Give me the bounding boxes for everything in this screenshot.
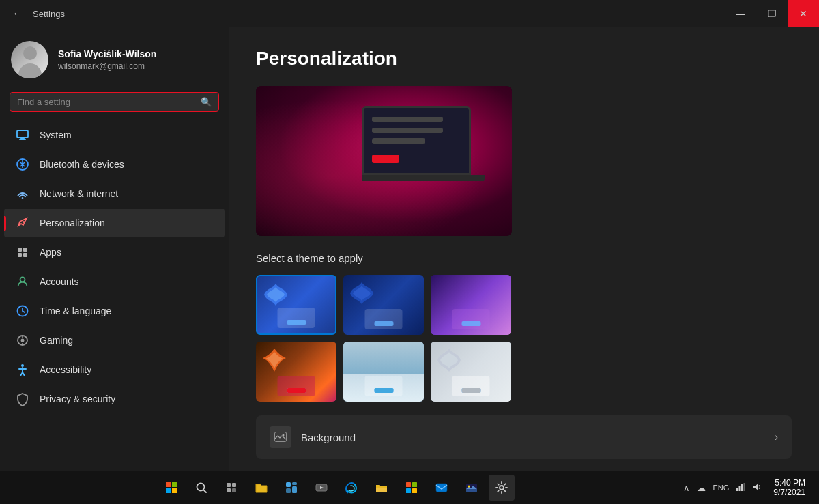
svg-point-12 — [21, 339, 25, 342]
teams-icon — [315, 481, 328, 494]
widgets-button[interactable] — [278, 475, 304, 501]
edge-button[interactable] — [339, 475, 364, 501]
sidebar-item-network[interactable]: Network & internet — [4, 179, 225, 208]
sidebar-item-personalization[interactable]: Personalization — [4, 209, 225, 237]
taskbar-settings-icon — [495, 481, 508, 494]
sidebar-item-label-personalization: Personalization — [40, 218, 105, 228]
photos-button[interactable] — [459, 475, 485, 501]
current-wallpaper — [256, 86, 512, 236]
tray-lang[interactable]: ENG — [710, 484, 731, 492]
logo-q3 — [166, 488, 171, 493]
hero-canvas — [256, 86, 512, 236]
minimize-button[interactable]: — — [725, 0, 756, 27]
taskview-button[interactable] — [218, 475, 244, 501]
sidebar-item-accounts[interactable]: Accounts — [4, 267, 225, 296]
theme-badge-2 — [365, 309, 403, 329]
tray-cloud[interactable]: ☁ — [695, 483, 708, 493]
sidebar-item-system[interactable]: System — [4, 121, 225, 149]
sidebar-item-label-apps: Apps — [40, 247, 61, 258]
time-icon — [15, 303, 30, 318]
sidebar-item-apps[interactable]: Apps — [4, 238, 225, 267]
svg-point-42 — [468, 486, 470, 488]
mail-icon — [435, 481, 448, 494]
bloom-icon-1 — [261, 280, 290, 309]
file-explorer-button[interactable] — [248, 475, 274, 501]
theme-card-5[interactable] — [343, 342, 424, 402]
user-profile[interactable]: Sofia Wyciślik-Wilson wilsonmark@gmail.c… — [0, 27, 229, 89]
svg-line-19 — [23, 372, 25, 376]
teams-button[interactable] — [308, 475, 334, 501]
start-button[interactable] — [158, 475, 184, 501]
laptop-line-2 — [372, 128, 443, 133]
taskbar-search-button[interactable] — [188, 475, 214, 501]
theme-card-4[interactable] — [256, 342, 336, 402]
sidebar-item-label-system: System — [40, 130, 72, 140]
sidebar-item-label-time: Time & language — [40, 306, 111, 316]
maximize-button[interactable]: ❐ — [756, 0, 788, 27]
background-row[interactable]: Background › — [256, 415, 792, 459]
titlebar-title: Settings — [33, 9, 65, 19]
taskbar: ∧ ☁ ENG 5:40 PM 9/7/2021 — [0, 471, 819, 504]
search-input[interactable] — [17, 97, 195, 107]
svg-line-24 — [203, 490, 206, 492]
svg-rect-31 — [286, 488, 291, 493]
bluetooth-icon — [15, 157, 30, 172]
accounts-icon — [15, 274, 30, 289]
user-email: wilsonmark@gmail.com — [58, 61, 156, 71]
svg-point-22 — [283, 434, 285, 436]
taskbar-clock[interactable]: 5:40 PM 9/7/2021 — [768, 478, 811, 497]
mail-button[interactable] — [429, 475, 455, 501]
svg-point-43 — [500, 486, 504, 490]
theme-card-6[interactable] — [431, 342, 511, 402]
search-box[interactable]: 🔍 — [10, 92, 219, 112]
accessibility-icon — [15, 362, 30, 377]
apps-icon — [15, 245, 30, 260]
background-icon — [270, 426, 291, 448]
close-button[interactable]: ✕ — [788, 0, 819, 27]
laptop-shape — [362, 106, 485, 195]
tray-icons: ∧ ☁ ENG — [681, 482, 764, 494]
theme-card-1[interactable] — [256, 275, 336, 335]
taskview-icon — [225, 481, 238, 494]
page-title: Personalization — [256, 48, 792, 70]
svg-rect-27 — [227, 488, 231, 492]
tray-network[interactable] — [734, 482, 747, 494]
user-name: Sofia Wyciślik-Wilson — [58, 48, 156, 59]
sidebar-item-bluetooth[interactable]: Bluetooth & devices — [4, 150, 225, 179]
store-button[interactable] — [399, 475, 425, 501]
taskbar-search-icon — [195, 481, 207, 494]
theme-badge-5 — [365, 376, 403, 396]
photos-icon — [465, 481, 478, 494]
svg-rect-26 — [232, 483, 236, 487]
theme-badge-4 — [278, 376, 315, 396]
bloom-icon-6 — [435, 346, 463, 374]
svg-rect-46 — [741, 484, 743, 491]
sidebar-item-privacy[interactable]: Privacy & security — [4, 385, 225, 413]
tray-volume[interactable] — [750, 482, 764, 494]
sidebar-item-time[interactable]: Time & language — [4, 297, 225, 325]
sidebar-item-accessibility[interactable]: Accessibility — [4, 355, 225, 384]
edge-icon — [345, 481, 358, 494]
logo-q4 — [172, 488, 177, 493]
taskbar-settings-button[interactable] — [489, 475, 515, 501]
tray-chevron[interactable]: ∧ — [681, 483, 692, 493]
window-controls: — ❐ ✕ — [725, 0, 819, 27]
laptop-screen-content — [364, 108, 469, 171]
svg-rect-44 — [736, 488, 738, 491]
avatar — [11, 41, 48, 78]
network-icon — [15, 186, 30, 201]
svg-point-10 — [20, 278, 25, 282]
back-button[interactable]: ← — [8, 4, 27, 23]
sidebar-item-gaming[interactable]: Gaming — [4, 326, 225, 355]
laptop-line-3 — [372, 138, 425, 144]
bloom-icon-2 — [347, 279, 376, 308]
files-button[interactable] — [369, 475, 394, 501]
theme-card-3[interactable] — [431, 275, 511, 335]
personalization-icon — [15, 216, 30, 231]
clock-date: 9/7/2021 — [773, 488, 805, 497]
sidebar-item-label-gaming: Gaming — [40, 335, 73, 346]
theme-card-2[interactable] — [343, 275, 424, 335]
svg-rect-7 — [23, 248, 27, 252]
clock-time: 5:40 PM — [773, 478, 805, 488]
sidebar-item-label-bluetooth: Bluetooth & devices — [40, 159, 124, 170]
